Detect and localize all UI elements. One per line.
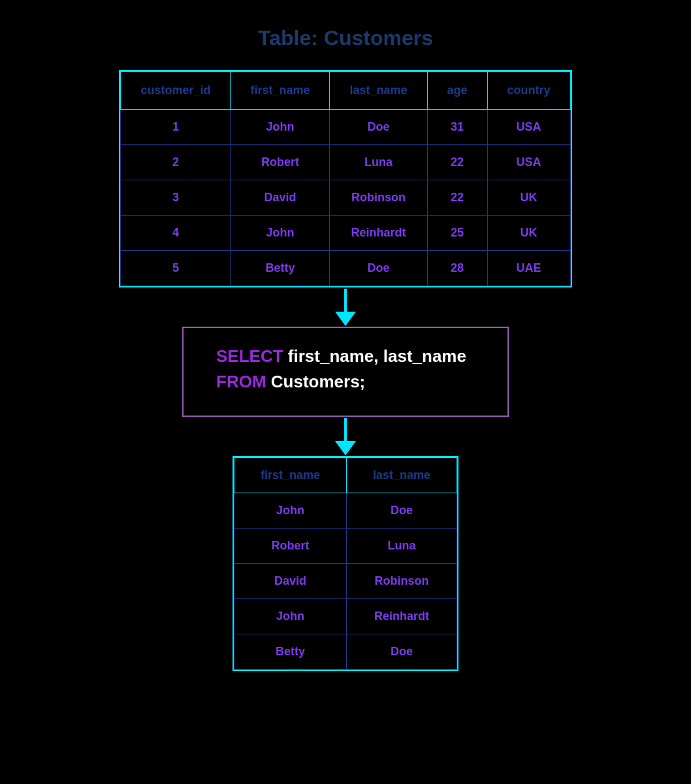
cell-age: 22 xyxy=(427,145,487,180)
arrow-shaft-2 xyxy=(335,418,356,455)
customers-table-wrapper: customer_id first_name last_name age cou… xyxy=(119,70,571,287)
cell-last_name: Doe xyxy=(330,251,427,286)
sql-line-2: FROM Customers; xyxy=(216,372,475,392)
table-row: BettyDoe xyxy=(234,634,457,670)
cell-customer_id: 4 xyxy=(121,216,231,251)
result-cell-first_name: John xyxy=(234,599,346,634)
cell-country: UK xyxy=(487,216,570,251)
cell-last_name: Luna xyxy=(330,145,427,180)
arrow-shaft-line-2 xyxy=(344,418,347,441)
page-title: Table: Customers xyxy=(258,26,433,50)
header-last-name: last_name xyxy=(330,72,427,110)
sql-line-1: SELECT first_name, last_name xyxy=(216,346,475,367)
arrow-2 xyxy=(335,417,356,456)
table-row: 1JohnDoe31USA xyxy=(121,110,570,145)
arrow-shaft-1 xyxy=(335,289,356,326)
sql-from-text: Customers; xyxy=(266,372,366,391)
result-header-first-name: first_name xyxy=(234,458,346,493)
result-cell-first_name: David xyxy=(234,564,346,599)
result-cell-first_name: John xyxy=(234,493,346,529)
result-cell-first_name: Robert xyxy=(234,529,346,564)
cell-country: UAE xyxy=(487,251,570,286)
arrow-1 xyxy=(335,287,356,327)
cell-age: 22 xyxy=(427,180,487,216)
result-header-last-name: last_name xyxy=(346,458,457,493)
cell-first_name: Betty xyxy=(231,251,330,286)
table-row: 4JohnReinhardt25UK xyxy=(121,216,570,251)
cell-country: UK xyxy=(487,180,570,216)
result-cell-last_name: Reinhardt xyxy=(346,599,457,634)
result-table: first_name last_name JohnDoeRobertLunaDa… xyxy=(234,457,457,670)
table-row: 3DavidRobinson22UK xyxy=(121,180,570,216)
cell-country: USA xyxy=(487,110,570,145)
table-row: 2RobertLuna22USA xyxy=(121,145,570,180)
result-cell-last_name: Robinson xyxy=(346,564,457,599)
result-table-header-row: first_name last_name xyxy=(234,458,457,493)
result-cell-last_name: Doe xyxy=(346,493,457,529)
cell-customer_id: 5 xyxy=(121,251,231,286)
arrow-shaft-line-1 xyxy=(344,289,347,312)
cell-age: 25 xyxy=(427,216,487,251)
cell-first_name: John xyxy=(231,216,330,251)
cell-first_name: Robert xyxy=(231,145,330,180)
result-table-wrapper: first_name last_name JohnDoeRobertLunaDa… xyxy=(233,456,458,671)
sql-select-keyword: SELECT xyxy=(216,346,283,366)
result-cell-last_name: Doe xyxy=(346,634,457,670)
cell-country: USA xyxy=(487,145,570,180)
arrow-head-2 xyxy=(335,441,356,455)
sql-query-box: SELECT first_name, last_name FROM Custom… xyxy=(182,327,509,417)
header-first-name: first_name xyxy=(231,72,330,110)
table-row: JohnReinhardt xyxy=(234,599,457,634)
header-customer-id: customer_id xyxy=(121,72,231,110)
cell-age: 31 xyxy=(427,110,487,145)
cell-customer_id: 2 xyxy=(121,145,231,180)
cell-first_name: David xyxy=(231,180,330,216)
arrow-head-1 xyxy=(335,312,356,326)
result-cell-first_name: Betty xyxy=(234,634,346,670)
cell-first_name: John xyxy=(231,110,330,145)
sql-select-text: first_name, last_name xyxy=(283,346,466,366)
result-cell-last_name: Luna xyxy=(346,529,457,564)
table-row: RobertLuna xyxy=(234,529,457,564)
cell-last_name: Doe xyxy=(330,110,427,145)
cell-age: 28 xyxy=(427,251,487,286)
table-row: 5BettyDoe28UAE xyxy=(121,251,570,286)
cell-customer_id: 1 xyxy=(121,110,231,145)
sql-from-keyword: FROM xyxy=(216,372,266,391)
header-age: age xyxy=(427,72,487,110)
cell-customer_id: 3 xyxy=(121,180,231,216)
customers-table: customer_id first_name last_name age cou… xyxy=(120,71,570,286)
header-country: country xyxy=(487,72,570,110)
table-row: DavidRobinson xyxy=(234,564,457,599)
table-row: JohnDoe xyxy=(234,493,457,529)
customers-table-header-row: customer_id first_name last_name age cou… xyxy=(121,72,570,110)
cell-last_name: Robinson xyxy=(330,180,427,216)
cell-last_name: Reinhardt xyxy=(330,216,427,251)
